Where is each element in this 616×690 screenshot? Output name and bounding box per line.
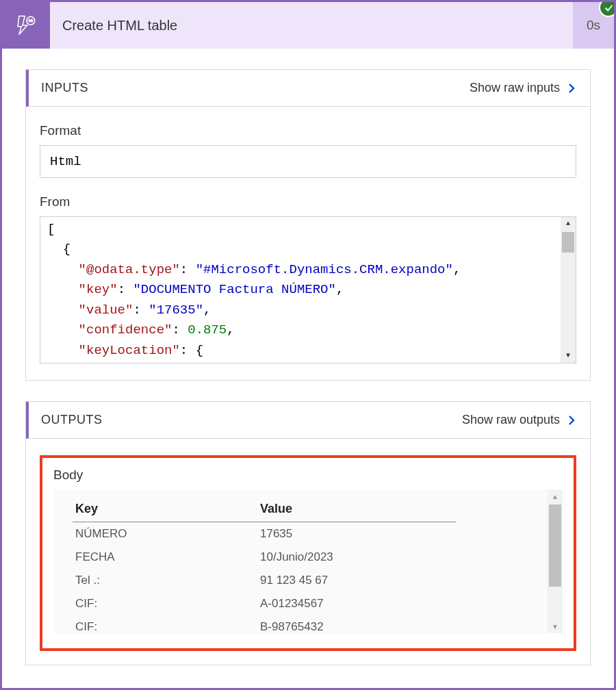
action-title: Create HTML table <box>50 2 573 49</box>
table-cell-key: NÚMERO <box>73 522 257 546</box>
inputs-section: INPUTS Show raw inputs Format Html From … <box>25 69 591 381</box>
action-header: Create HTML table 0s <box>2 2 614 49</box>
inputs-title: INPUTS <box>41 81 470 95</box>
table-cell-value: 10/Junio/2023 <box>257 546 456 569</box>
show-raw-inputs-link[interactable]: Show raw inputs <box>470 81 578 95</box>
output-table: Key Value NÚMERO17635FECHA10/Junio/2023T… <box>73 498 456 639</box>
outputs-section: OUTPUTS Show raw outputs Body Key Value <box>25 401 591 665</box>
show-raw-outputs-label: Show raw outputs <box>462 413 560 427</box>
from-code-box[interactable]: [ { "@odata.type": "#Microsoft.Dynamics.… <box>40 216 576 363</box>
table-row: CIF:B-98765432 <box>73 615 456 639</box>
body-highlight: Body Key Value NÚMERO17635FECHA10/Junio/… <box>40 455 576 651</box>
format-value[interactable]: Html <box>40 145 576 178</box>
table-cell-key: Tel .: <box>73 569 257 592</box>
outputs-title: OUTPUTS <box>41 413 462 427</box>
table-row: CIF:A-01234567 <box>73 592 456 615</box>
chevron-right-icon <box>565 82 578 94</box>
scroll-down-icon[interactable]: ▼ <box>561 349 576 363</box>
table-cell-key: CIF: <box>73 615 257 639</box>
show-raw-outputs-link[interactable]: Show raw outputs <box>462 413 578 427</box>
table-header-value: Value <box>257 498 456 522</box>
vertical-scrollbar[interactable]: ▲ ▼ <box>561 217 576 363</box>
table-header-key: Key <box>73 498 257 522</box>
table-cell-key: FECHA <box>73 546 257 569</box>
scroll-thumb[interactable] <box>549 504 561 587</box>
vertical-scrollbar[interactable]: ▲ ▼ <box>548 489 563 633</box>
table-cell-value: 91 123 45 67 <box>257 569 456 592</box>
table-row: NÚMERO17635 <box>73 522 456 546</box>
table-row: Tel .:91 123 45 67 <box>73 569 456 592</box>
from-field: From [ { "@odata.type": "#Microsoft.Dyna… <box>40 194 576 363</box>
table-cell-value: A-01234567 <box>257 592 456 615</box>
body-label: Body <box>53 468 563 483</box>
show-raw-inputs-label: Show raw inputs <box>470 81 560 95</box>
chevron-right-icon <box>565 414 578 426</box>
from-label: From <box>40 194 576 209</box>
body-content[interactable]: Key Value NÚMERO17635FECHA10/Junio/2023T… <box>53 489 563 633</box>
table-cell-value: 17635 <box>257 522 456 546</box>
scroll-thumb[interactable] <box>562 232 574 253</box>
format-field: Format Html <box>40 123 576 178</box>
scroll-up-icon[interactable]: ▲ <box>548 489 563 503</box>
table-cell-value: B-98765432 <box>257 615 456 639</box>
table-row: FECHA10/Junio/2023 <box>73 546 456 569</box>
scroll-up-icon[interactable]: ▲ <box>561 217 576 231</box>
scroll-down-icon[interactable]: ▼ <box>548 619 563 633</box>
data-operations-icon <box>2 2 50 49</box>
table-cell-key: CIF: <box>73 592 257 615</box>
success-badge <box>599 0 616 17</box>
format-label: Format <box>40 123 576 138</box>
inputs-header: INPUTS Show raw inputs <box>26 70 590 107</box>
outputs-header: OUTPUTS Show raw outputs <box>26 402 590 439</box>
